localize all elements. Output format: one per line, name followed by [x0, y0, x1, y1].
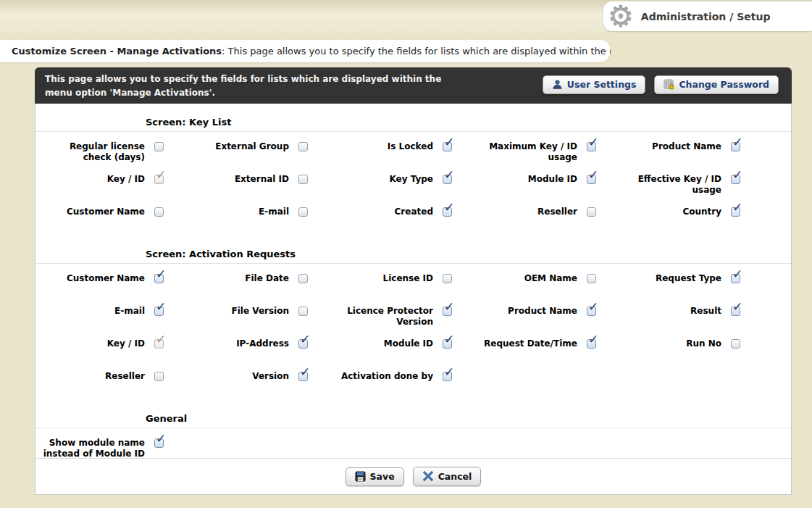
- field-checkbox[interactable]: [731, 175, 740, 184]
- field-cell: Customer Name: [41, 202, 185, 235]
- field-label: Is Locked: [329, 141, 433, 152]
- user-settings-button[interactable]: User Settings: [543, 75, 646, 94]
- field-cell: File Version: [185, 301, 329, 334]
- field-grid: Customer NameFile DateLicense IDOEM Name…: [41, 269, 760, 399]
- footer-bar: Save Cancel: [35, 458, 791, 494]
- field-cell: OEM Name: [473, 269, 617, 301]
- field-label: Activation done by: [329, 371, 433, 382]
- field-checkbox[interactable]: [298, 207, 308, 217]
- section-title: General: [35, 401, 791, 428]
- field-label: Reseller: [41, 371, 145, 382]
- breadcrumb-description: : This page allows you to specify the fi…: [222, 46, 611, 57]
- field-label: External Group: [185, 141, 289, 152]
- field-checkbox[interactable]: [298, 372, 308, 381]
- field-cell: Reseller: [41, 367, 185, 399]
- field-label: Request Type: [617, 273, 721, 284]
- field-checkbox[interactable]: [443, 142, 452, 151]
- field-checkbox[interactable]: [298, 307, 308, 316]
- field-label: Key Type: [329, 174, 433, 185]
- field-label: External ID: [185, 174, 289, 185]
- field-checkbox[interactable]: [154, 142, 164, 151]
- field-label: Maximum Key / ID usage: [473, 141, 577, 163]
- field-label: Module ID: [329, 338, 433, 349]
- field-checkbox[interactable]: [154, 274, 164, 283]
- field-checkbox[interactable]: [443, 307, 452, 316]
- field-checkbox[interactable]: [731, 274, 740, 283]
- breadcrumb-title: Customize Screen - Manage Activations: [12, 46, 222, 57]
- top-bar: ⚙ Administration / Setup: [0, 0, 812, 36]
- content-area: Screen: Key ListRegular license check (d…: [35, 104, 792, 495]
- field-cell: Key / ID: [41, 334, 185, 367]
- field-cell: Request Type: [617, 269, 761, 301]
- section: GeneralShow module name instead of Modul…: [35, 401, 791, 466]
- field-checkbox[interactable]: [298, 175, 308, 184]
- field-cell: Run No: [617, 334, 761, 367]
- field-checkbox[interactable]: [298, 274, 308, 283]
- field-checkbox[interactable]: [298, 339, 308, 349]
- field-label: Product Name: [617, 141, 721, 152]
- field-label: Key / ID: [41, 338, 145, 349]
- field-checkbox[interactable]: [154, 438, 164, 448]
- field-label: Reseller: [473, 207, 577, 217]
- field-checkbox[interactable]: [587, 207, 596, 217]
- field-checkbox[interactable]: [443, 372, 452, 381]
- field-cell: Result: [617, 301, 761, 334]
- main-panel: This page allows you to specify the fiel…: [35, 67, 792, 495]
- field-label: Key / ID: [41, 174, 145, 185]
- field-label: Effective Key / ID usage: [617, 174, 721, 196]
- save-label: Save: [370, 471, 395, 482]
- field-checkbox: [154, 339, 164, 349]
- field-label: E-mail: [41, 306, 145, 317]
- section-title: Screen: Activation Requests: [35, 236, 791, 264]
- admin-setup-panel[interactable]: ⚙ Administration / Setup: [603, 1, 812, 31]
- field-label: IP-Address: [185, 338, 289, 349]
- field-checkbox[interactable]: [587, 175, 596, 184]
- change-password-button[interactable]: Change Password: [654, 75, 779, 94]
- cancel-x-icon: [422, 470, 434, 482]
- field-checkbox[interactable]: [587, 274, 596, 283]
- field-checkbox[interactable]: [731, 207, 740, 217]
- field-cell: IP-Address: [185, 334, 329, 367]
- field-label: Country: [617, 207, 721, 217]
- section: Screen: Key ListRegular license check (d…: [35, 104, 791, 235]
- field-label: Module ID: [473, 174, 577, 185]
- field-checkbox[interactable]: [587, 142, 596, 151]
- field-checkbox[interactable]: [731, 142, 740, 151]
- field-checkbox[interactable]: [443, 207, 452, 217]
- field-cell: Customer Name: [41, 269, 185, 301]
- field-cell: E-mail: [41, 301, 185, 334]
- cancel-button[interactable]: Cancel: [413, 467, 482, 486]
- breadcrumb: Customize Screen - Manage Activations: T…: [0, 40, 611, 62]
- field-cell: Is Locked: [329, 137, 473, 170]
- field-cell: Country: [617, 202, 761, 235]
- header-buttons: User Settings Change Password: [543, 75, 779, 94]
- field-label: Customer Name: [41, 207, 145, 217]
- cancel-label: Cancel: [438, 471, 472, 482]
- field-checkbox[interactable]: [587, 339, 596, 349]
- field-cell: Key Type: [329, 170, 473, 202]
- field-cell: Maximum Key / ID usage: [473, 137, 617, 170]
- field-checkbox[interactable]: [298, 142, 308, 151]
- field-cell: Product Name: [473, 301, 617, 334]
- field-cell: Reseller: [473, 202, 617, 235]
- field-label: Version: [185, 371, 289, 382]
- section: Screen: Activation RequestsCustomer Name…: [35, 236, 791, 399]
- field-checkbox[interactable]: [443, 339, 452, 349]
- field-checkbox[interactable]: [443, 175, 452, 184]
- field-label: Created: [329, 207, 433, 217]
- field-cell: Created: [329, 202, 473, 235]
- field-checkbox[interactable]: [154, 372, 164, 381]
- field-label: File Version: [185, 306, 289, 317]
- field-checkbox[interactable]: [587, 307, 596, 316]
- field-checkbox[interactable]: [443, 274, 452, 283]
- field-grid: Regular license check (days)External Gro…: [41, 137, 760, 235]
- field-checkbox[interactable]: [154, 207, 164, 217]
- save-button[interactable]: Save: [346, 467, 404, 486]
- field-checkbox[interactable]: [154, 307, 164, 316]
- field-checkbox[interactable]: [731, 307, 740, 316]
- field-label: Run No: [617, 338, 721, 349]
- field-checkbox[interactable]: [731, 339, 740, 349]
- save-floppy-icon: [355, 471, 366, 482]
- field-label: Show module name instead of Module ID: [41, 438, 145, 459]
- user-settings-label: User Settings: [567, 79, 637, 90]
